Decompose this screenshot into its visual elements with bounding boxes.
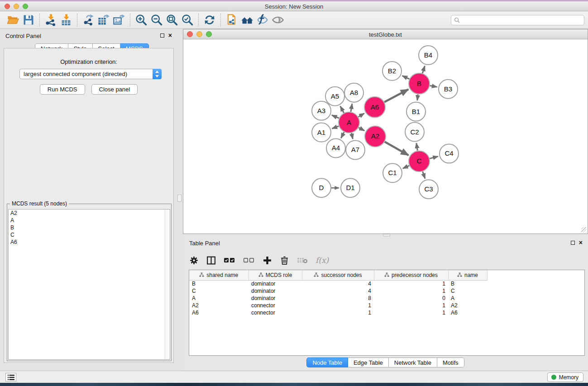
zoom-out-button[interactable] bbox=[149, 13, 164, 27]
home-button[interactable] bbox=[239, 13, 255, 27]
graph-node-label: D bbox=[319, 184, 324, 191]
memory-button[interactable]: Memory bbox=[547, 372, 583, 382]
column-header-predecessor-nodes[interactable]: predecessor nodes bbox=[374, 270, 448, 280]
edge-A-A8[interactable] bbox=[351, 104, 352, 112]
export-table-button[interactable] bbox=[96, 13, 111, 27]
result-list-item[interactable]: C bbox=[9, 231, 170, 238]
graphics-details-button[interactable] bbox=[255, 13, 270, 27]
close-panel-icon[interactable]: × bbox=[579, 240, 583, 245]
float-panel-icon[interactable] bbox=[160, 33, 164, 38]
edge-C-C3[interactable] bbox=[423, 172, 425, 179]
column-header-shared-name[interactable]: shared name bbox=[189, 270, 249, 280]
search-field[interactable] bbox=[451, 15, 584, 25]
network-view-window: testGlobe.txt B4B2BB3A8A5A6A3B1AA1C2A2A4… bbox=[183, 29, 588, 234]
result-list-scrollbar[interactable] bbox=[165, 210, 170, 359]
import-table-button[interactable] bbox=[58, 13, 74, 27]
splitter-grip[interactable] bbox=[383, 234, 390, 236]
tab-network-table[interactable]: Network Table bbox=[389, 357, 437, 367]
graph-node-label: D1 bbox=[346, 184, 354, 191]
edge-B-B1[interactable] bbox=[417, 95, 418, 100]
column-header-name[interactable]: name bbox=[448, 270, 487, 280]
graph-node-label: A8 bbox=[350, 89, 358, 96]
mcds-result-list: A2ABCA6 bbox=[8, 209, 170, 360]
search-input[interactable] bbox=[462, 17, 584, 24]
edge-C-C1[interactable] bbox=[403, 166, 409, 168]
export-image-icon bbox=[113, 14, 125, 26]
dropdown-selected-value: largest connected component (directed) bbox=[20, 71, 153, 77]
delete-row-button[interactable] bbox=[280, 256, 289, 265]
close-panel-button[interactable]: Close panel bbox=[91, 84, 138, 95]
delete-table-button[interactable] bbox=[297, 257, 308, 264]
open-session-button[interactable] bbox=[5, 13, 21, 27]
network-canvas[interactable]: B4B2BB3A8A5A6A3B1AA1C2A2A4A7C4CC1DD1C3 bbox=[183, 39, 588, 234]
edge-A2-C[interactable] bbox=[385, 142, 409, 155]
graph-node-label: A5 bbox=[331, 92, 339, 100]
export-network-button[interactable] bbox=[81, 13, 96, 27]
column-settings-button[interactable] bbox=[189, 256, 199, 265]
graph-node-label: C3 bbox=[424, 185, 433, 193]
plus-icon bbox=[263, 256, 272, 265]
resize-grip-icon[interactable] bbox=[581, 227, 587, 233]
zoom-in-button[interactable] bbox=[134, 13, 149, 27]
task-history-button[interactable] bbox=[5, 373, 16, 381]
edge-A-A7[interactable] bbox=[351, 133, 353, 139]
column-header-MCDS-role[interactable]: MCDS role bbox=[249, 270, 302, 280]
edge-A-A2[interactable] bbox=[359, 128, 364, 131]
zoom-fit-button[interactable] bbox=[164, 13, 180, 27]
network-window-title: testGlobe.txt bbox=[183, 31, 588, 38]
edge-B-B3[interactable] bbox=[430, 86, 437, 87]
open-folder-icon bbox=[7, 14, 19, 26]
function-builder-button[interactable]: f(x) bbox=[316, 256, 329, 265]
result-list-item[interactable]: A bbox=[9, 217, 170, 224]
mcds-tab-content: Optimization criterion: largest connecte… bbox=[4, 48, 174, 363]
edge-A6-B[interactable] bbox=[384, 89, 408, 102]
table-row[interactable]: Adominator80A bbox=[189, 295, 584, 302]
edge-A-A5[interactable] bbox=[340, 106, 344, 113]
attribute-icon bbox=[258, 272, 263, 277]
tab-edge-table[interactable]: Edge Table bbox=[348, 357, 389, 367]
graph-node-label: A6 bbox=[371, 103, 379, 111]
result-list-item[interactable]: A2 bbox=[9, 210, 170, 217]
table-row[interactable]: Bdominator41B bbox=[189, 280, 584, 287]
graph-node-label: B3 bbox=[444, 85, 452, 93]
show-column-button[interactable] bbox=[206, 256, 216, 265]
export-image-button[interactable] bbox=[111, 13, 127, 27]
unselect-all-button[interactable] bbox=[243, 257, 255, 263]
result-list-item[interactable]: B bbox=[9, 224, 170, 231]
edge-A-A6[interactable] bbox=[359, 113, 364, 117]
application-window: Session: New Session bbox=[0, 0, 588, 386]
vertical-splitter[interactable] bbox=[177, 29, 183, 371]
result-list-item[interactable]: A6 bbox=[9, 238, 170, 246]
select-all-button[interactable] bbox=[224, 257, 235, 263]
graph-node-label: A4 bbox=[332, 144, 340, 152]
network-from-document-button[interactable] bbox=[224, 13, 239, 27]
close-panel-icon[interactable]: × bbox=[168, 33, 172, 38]
column-header-successor-nodes[interactable]: successor nodes bbox=[302, 270, 374, 280]
graph-node-label: A1 bbox=[317, 129, 325, 136]
graph-node-label: B1 bbox=[412, 108, 420, 115]
network-graph[interactable]: B4B2BB3A8A5A6A3B1AA1C2A2A4A7C4CC1DD1C3 bbox=[183, 39, 588, 234]
splitter-grip[interactable] bbox=[177, 195, 182, 202]
zoom-selected-button[interactable] bbox=[180, 13, 195, 27]
edge-A-A1[interactable] bbox=[332, 126, 339, 129]
table-row[interactable]: A6connector11A6 bbox=[189, 309, 584, 316]
edge-A-A3[interactable] bbox=[332, 115, 339, 118]
table-row[interactable]: A2connector11A2 bbox=[189, 302, 584, 309]
edge-C-C4[interactable] bbox=[430, 157, 438, 159]
birdseye-view-button[interactable] bbox=[270, 13, 286, 27]
table-row[interactable]: Cdominator41C bbox=[189, 287, 584, 295]
refresh-view-button[interactable] bbox=[202, 13, 217, 27]
float-panel-icon[interactable] bbox=[571, 241, 575, 245]
edge-B-B2[interactable] bbox=[402, 76, 410, 79]
run-mcds-button[interactable]: Run MCDS bbox=[40, 84, 85, 95]
table-panel-tabs: Node TableEdge TableNetwork TableMotifs bbox=[183, 357, 588, 367]
edge-A-A4[interactable] bbox=[341, 132, 344, 138]
import-network-button[interactable] bbox=[43, 13, 58, 27]
edge-C-C2[interactable] bbox=[416, 143, 418, 151]
optimization-criterion-dropdown[interactable]: largest connected component (directed) bbox=[19, 69, 162, 79]
save-session-button[interactable] bbox=[21, 13, 36, 27]
edge-B-B4[interactable] bbox=[422, 66, 425, 73]
tab-node-table[interactable]: Node Table bbox=[306, 357, 348, 367]
add-row-button[interactable] bbox=[263, 256, 272, 265]
tab-motifs[interactable]: Motifs bbox=[437, 357, 464, 367]
